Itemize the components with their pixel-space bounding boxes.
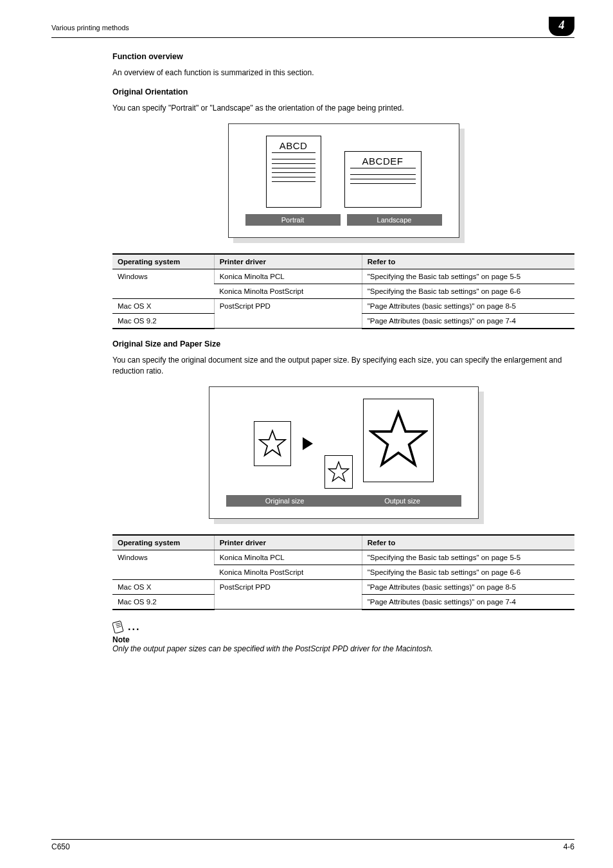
arrow-icon [303, 437, 313, 450]
note-label: Note [112, 635, 574, 644]
page-header: Various printing methods 4 [51, 19, 574, 38]
svg-marker-2 [328, 462, 348, 481]
original-size-icon [254, 421, 291, 466]
body-original-size: You can specify the original document si… [112, 355, 574, 377]
orientation-illustration: ABCD ABCDEF Portrait Landscape [228, 123, 459, 238]
svg-line-4 [116, 623, 120, 624]
body-original-orientation: You can specify "Portrait" or "Landscape… [112, 103, 574, 114]
table-row: Mac OS X PostScript PPD "Page Attributes… [112, 298, 574, 313]
output-size-icon [324, 399, 434, 489]
th-driver: Printer driver [214, 535, 362, 550]
table-row: Windows Konica Minolta PCL "Specifying t… [112, 550, 574, 565]
heading-original-orientation: Original Orientation [112, 87, 574, 96]
table-row: Windows Konica Minolta PCL "Specifying t… [112, 269, 574, 284]
caption-landscape: Landscape [347, 214, 442, 226]
size-illustration: Original size Output size [209, 386, 479, 519]
page-footer: C650 4-6 [51, 839, 574, 851]
header-section-name: Various printing methods [51, 24, 129, 32]
chapter-badge: 4 [549, 17, 574, 36]
caption-portrait: Portrait [245, 214, 341, 226]
svg-marker-1 [371, 412, 425, 464]
table-row: Mac OS X PostScript PPD "Page Attributes… [112, 579, 574, 594]
th-refer: Refer to [362, 535, 574, 550]
caption-output-size: Output size [344, 495, 461, 507]
svg-line-5 [116, 624, 121, 626]
footer-right: 4-6 [564, 842, 574, 851]
heading-function-overview: Function overview [112, 52, 574, 61]
note-block: ... Note Only the output paper sizes can… [112, 620, 574, 653]
caption-original-size: Original size [226, 495, 344, 507]
heading-original-size: Original Size and Paper Size [112, 339, 574, 348]
landscape-page-icon: ABCDEF [344, 151, 422, 208]
svg-marker-0 [259, 430, 285, 455]
body-function-overview: An overview of each function is summariz… [112, 68, 574, 78]
portrait-page-icon: ABCD [266, 136, 321, 208]
note-icon [112, 620, 125, 633]
orientation-table: Operating system Printer driver Refer to… [112, 253, 574, 329]
svg-line-6 [117, 626, 121, 628]
th-driver: Printer driver [214, 254, 362, 269]
footer-left: C650 [51, 842, 70, 851]
th-os: Operating system [112, 254, 214, 269]
size-table: Operating system Printer driver Refer to… [112, 534, 574, 610]
th-refer: Refer to [362, 254, 574, 269]
th-os: Operating system [112, 535, 214, 550]
note-text: Only the output paper sizes can be speci… [112, 644, 574, 653]
